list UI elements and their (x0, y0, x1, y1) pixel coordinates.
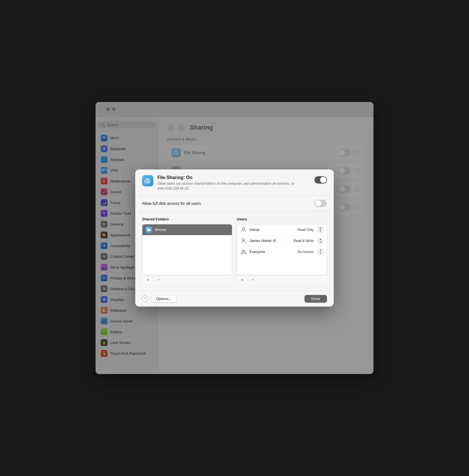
user-name-james: James Abeler III (250, 239, 291, 243)
file-sharing-header: File Sharing: On Other users can access … (142, 175, 327, 191)
full-disk-toggle[interactable] (314, 200, 327, 207)
shared-folders-list: Movies (142, 224, 232, 275)
stepper-up-infuse[interactable]: ▲ (318, 227, 323, 230)
controls-separator (153, 278, 153, 282)
users-controls: + − (237, 275, 327, 284)
svg-point-3 (242, 239, 245, 241)
file-sharing-modal-toggle[interactable] (314, 176, 327, 184)
user-icon-james (240, 238, 247, 244)
user-name-everyone: Everyone (250, 250, 295, 254)
file-sharing-modal-info: File Sharing: On Other users can access … (157, 175, 310, 191)
system-preferences-window: 🔍 Wi-Fi (96, 102, 373, 374)
stepper-up-everyone[interactable]: ▲ (318, 249, 323, 252)
folder-item-movies[interactable]: Movies (142, 224, 232, 235)
full-disk-row: Allow full disk access for all users (135, 196, 334, 211)
done-button[interactable]: Done (305, 295, 327, 303)
options-button[interactable]: Options... (151, 295, 177, 303)
help-button[interactable]: ? (142, 296, 148, 302)
user-row-everyone[interactable]: Everyone No Access ▲ ▼ (237, 246, 327, 257)
permission-stepper-everyone[interactable]: ▲ ▼ (318, 249, 323, 255)
svg-rect-1 (145, 180, 150, 183)
stepper-down-james[interactable]: ▼ (318, 241, 323, 244)
user-row-infuse[interactable]: Infuse Read Only ▲ ▼ (237, 224, 327, 235)
user-name-infuse: Infuse (250, 228, 295, 232)
shared-folders-title: Shared Folders (142, 217, 232, 221)
modal-footer: ? Options... Done (135, 291, 334, 307)
remove-folder-button[interactable]: − (155, 277, 161, 283)
file-sharing-modal-icon (142, 175, 153, 186)
user-permission-infuse: Read Only (297, 228, 314, 232)
permission-stepper-infuse[interactable]: ▲ ▼ (318, 227, 323, 233)
user-icon-infuse (240, 227, 247, 233)
svg-point-5 (244, 250, 245, 252)
add-folder-button[interactable]: + (145, 277, 151, 283)
folder-icon (146, 227, 152, 233)
users-panel: Users Infuse Read Only (237, 217, 327, 285)
svg-point-2 (242, 228, 245, 230)
folder-name: Movies (155, 228, 166, 232)
user-permission-james: Read & Write (293, 239, 314, 243)
permission-stepper-james[interactable]: ▲ ▼ (318, 238, 323, 244)
user-icon-everyone (240, 249, 247, 255)
user-row-james[interactable]: James Abeler III Read & Write ▲ ▼ (237, 235, 327, 246)
stepper-down-infuse[interactable]: ▼ (318, 230, 323, 233)
stepper-up-james[interactable]: ▲ (318, 238, 323, 241)
stepper-down-everyone[interactable]: ▼ (318, 252, 323, 255)
shared-folders-panel: Shared Folders Movies + (142, 217, 232, 285)
users-controls-separator (248, 278, 248, 282)
shared-section: Shared Folders Movies + (135, 211, 334, 291)
file-sharing-modal-desc: Other users can access shared folders on… (157, 181, 310, 191)
users-list: Infuse Read Only ▲ ▼ (237, 224, 327, 275)
file-sharing-modal: File Sharing: On Other users can access … (135, 169, 334, 307)
add-user-button[interactable]: + (240, 277, 245, 283)
users-title: Users (237, 217, 327, 221)
file-sharing-modal-title: File Sharing: On (157, 175, 310, 180)
remove-user-button[interactable]: − (250, 277, 256, 283)
modal-header: File Sharing: On Other users can access … (135, 169, 334, 196)
user-permission-everyone: No Access (297, 250, 314, 254)
svg-point-4 (242, 250, 244, 252)
full-disk-label: Allow full disk access for all users (142, 201, 314, 206)
modal-overlay: File Sharing: On Other users can access … (96, 102, 373, 374)
shared-folders-controls: + − (142, 275, 232, 284)
